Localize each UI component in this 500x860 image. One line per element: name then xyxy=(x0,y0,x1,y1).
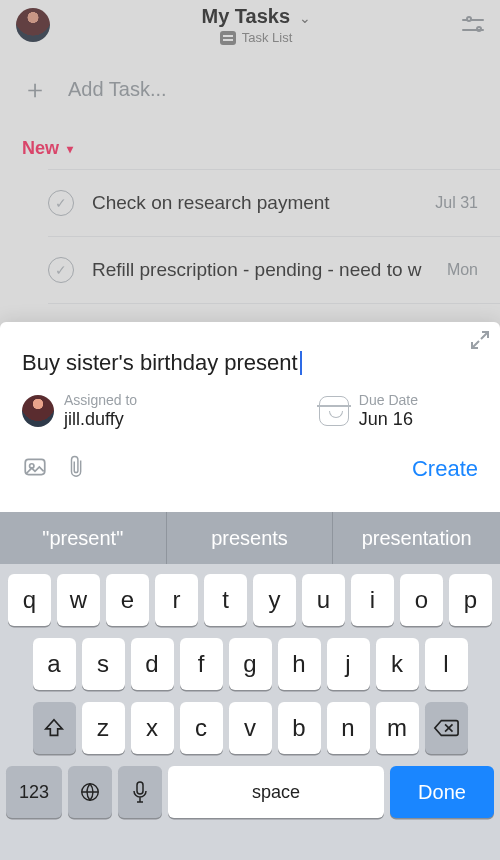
assignee-label: Assigned to xyxy=(64,392,137,409)
key-k[interactable]: k xyxy=(376,638,419,690)
assignee-field[interactable]: Assigned to jill.duffy xyxy=(22,392,137,430)
image-icon[interactable] xyxy=(22,454,48,484)
key-d[interactable]: d xyxy=(131,638,174,690)
composer-toolbar: Create xyxy=(0,444,500,498)
space-key[interactable]: space xyxy=(168,766,384,818)
svg-rect-3 xyxy=(137,782,143,794)
numbers-key[interactable]: 123 xyxy=(6,766,62,818)
key-v[interactable]: v xyxy=(229,702,272,754)
due-date-field[interactable]: Due Date Jun 16 xyxy=(319,392,418,430)
key-s[interactable]: s xyxy=(82,638,125,690)
key-h[interactable]: h xyxy=(278,638,321,690)
key-c[interactable]: c xyxy=(180,702,223,754)
key-e[interactable]: e xyxy=(106,574,149,626)
key-t[interactable]: t xyxy=(204,574,247,626)
mic-key[interactable] xyxy=(118,766,162,818)
key-y[interactable]: y xyxy=(253,574,296,626)
due-date-label: Due Date xyxy=(359,392,418,409)
key-g[interactable]: g xyxy=(229,638,272,690)
backspace-key[interactable] xyxy=(425,702,468,754)
suggestion[interactable]: "present" xyxy=(0,512,167,564)
expand-icon[interactable] xyxy=(470,330,490,354)
keyboard: "present" presents presentation qwertyui… xyxy=(0,512,500,860)
key-z[interactable]: z xyxy=(82,702,125,754)
composer-details: Assigned to jill.duffy Due Date Jun 16 xyxy=(0,384,500,444)
key-f[interactable]: f xyxy=(180,638,223,690)
done-key[interactable]: Done xyxy=(390,766,494,818)
key-w[interactable]: w xyxy=(57,574,100,626)
key-x[interactable]: x xyxy=(131,702,174,754)
assignee-avatar xyxy=(22,395,54,427)
key-n[interactable]: n xyxy=(327,702,370,754)
key-m[interactable]: m xyxy=(376,702,419,754)
key-u[interactable]: u xyxy=(302,574,345,626)
shift-key[interactable] xyxy=(33,702,76,754)
attachment-icon[interactable] xyxy=(66,454,88,484)
due-date-value: Jun 16 xyxy=(359,409,418,431)
key-r[interactable]: r xyxy=(155,574,198,626)
suggestion-bar: "present" presents presentation xyxy=(0,512,500,564)
key-i[interactable]: i xyxy=(351,574,394,626)
suggestion[interactable]: presentation xyxy=(333,512,500,564)
create-button[interactable]: Create xyxy=(412,456,478,482)
key-a[interactable]: a xyxy=(33,638,76,690)
key-p[interactable]: p xyxy=(449,574,492,626)
key-b[interactable]: b xyxy=(278,702,321,754)
calendar-icon xyxy=(319,396,349,426)
key-q[interactable]: q xyxy=(8,574,51,626)
task-name-input[interactable]: Buy sister's birthday present xyxy=(0,322,500,384)
suggestion[interactable]: presents xyxy=(167,512,334,564)
task-name-text: Buy sister's birthday present xyxy=(22,350,298,376)
globe-key[interactable] xyxy=(68,766,112,818)
assignee-value: jill.duffy xyxy=(64,409,137,431)
key-l[interactable]: l xyxy=(425,638,468,690)
composer-sheet: Buy sister's birthday present Assigned t… xyxy=(0,322,500,860)
key-o[interactable]: o xyxy=(400,574,443,626)
key-j[interactable]: j xyxy=(327,638,370,690)
text-caret xyxy=(300,351,302,375)
